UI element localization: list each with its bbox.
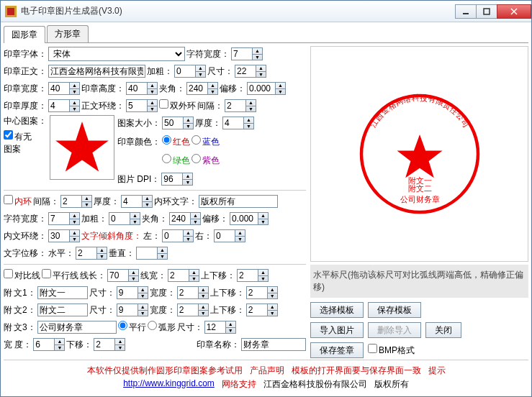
tab-round[interactable]: 圆形章 xyxy=(4,26,45,43)
select-template-button[interactable]: 选择模板 xyxy=(310,302,364,318)
bmp-format-check[interactable]: BMP格式 xyxy=(368,344,415,357)
haspattern-check[interactable]: 有无 图案 xyxy=(4,130,47,155)
linewidth-spin[interactable]: ▲▼ xyxy=(189,269,199,282)
sealthick-input[interactable] xyxy=(48,99,70,112)
paraline-check[interactable]: 平行线 xyxy=(42,269,78,282)
import-image-button[interactable]: 导入图片 xyxy=(310,322,364,338)
doublering-check[interactable]: 双外环 xyxy=(159,99,196,112)
bold2-input[interactable] xyxy=(109,212,130,225)
close-button[interactable] xyxy=(497,4,531,19)
size-a2-spin[interactable]: ▲▼ xyxy=(138,304,148,316)
patternsize-input[interactable] xyxy=(162,117,184,129)
attach1-input[interactable] xyxy=(37,286,88,299)
minimize-button[interactable] xyxy=(455,4,477,19)
updown3-spin[interactable]: ▲▼ xyxy=(268,304,278,316)
innergap-spin[interactable]: ▲▼ xyxy=(82,195,92,208)
tab-square[interactable]: 方形章 xyxy=(47,25,89,42)
size-input[interactable] xyxy=(235,65,256,78)
save-template-button[interactable]: 保存模板 xyxy=(368,302,421,318)
color-blue[interactable]: 蓝色 xyxy=(191,135,220,148)
sealwidth-input[interactable] xyxy=(48,82,70,95)
textwrap-spin[interactable]: ▲▼ xyxy=(148,99,158,112)
patternsize-spin[interactable]: ▲▼ xyxy=(184,117,194,129)
right-input[interactable] xyxy=(214,229,235,242)
linelen-spin[interactable]: ▲▼ xyxy=(129,269,139,282)
linelen-input[interactable] xyxy=(107,269,129,282)
innertext-input[interactable] xyxy=(199,195,278,208)
close-app-button[interactable]: 关闭 xyxy=(425,322,461,338)
width-a2-spin[interactable]: ▲▼ xyxy=(199,304,209,316)
size-a1-input[interactable] xyxy=(117,286,138,299)
innergap-input[interactable] xyxy=(60,195,82,208)
width-a1-spin[interactable]: ▲▼ xyxy=(199,286,209,299)
innerwrap-input[interactable] xyxy=(48,229,70,242)
offset2-input[interactable] xyxy=(230,212,258,225)
sealname-input[interactable] xyxy=(241,338,306,351)
dpi-input[interactable] xyxy=(161,173,183,186)
offset2-spin[interactable]: ▲▼ xyxy=(258,212,269,225)
width-a1-input[interactable] xyxy=(177,286,199,299)
sealthick-spin[interactable]: ▲▼ xyxy=(70,99,80,112)
arc-radio[interactable]: 弧形 xyxy=(148,321,176,334)
charwidth-spin[interactable]: ▲▼ xyxy=(253,47,263,60)
offset-input[interactable] xyxy=(247,82,276,95)
h-spin[interactable]: ▲▼ xyxy=(97,247,107,260)
sealheight-input[interactable] xyxy=(126,82,148,95)
width-a2-input[interactable] xyxy=(177,304,199,316)
attach3-input[interactable] xyxy=(37,321,117,334)
offset-spin[interactable]: ▲▼ xyxy=(276,82,286,95)
delete-import-button[interactable]: 删除导入 xyxy=(368,322,421,338)
size-a2-input[interactable] xyxy=(117,304,138,316)
cmpline-check[interactable]: 对比线 xyxy=(4,269,40,282)
bold-input[interactable] xyxy=(174,65,196,78)
downmove-input[interactable] xyxy=(94,338,115,351)
pinch-spin[interactable]: ▲▼ xyxy=(208,82,218,95)
right-spin[interactable]: ▲▼ xyxy=(235,229,245,242)
pinch-input[interactable] xyxy=(186,82,208,95)
size-a3-spin[interactable]: ▲▼ xyxy=(226,321,236,334)
color-green[interactable]: 绿色 xyxy=(162,154,190,167)
bold-spin[interactable]: ▲▼ xyxy=(196,65,206,78)
gap-spin[interactable]: ▲▼ xyxy=(246,99,256,112)
linewidth-input[interactable] xyxy=(168,269,189,282)
sealwidth-spin[interactable]: ▲▼ xyxy=(70,82,80,95)
dpi-spin[interactable]: ▲▼ xyxy=(183,173,193,186)
sealtext-input[interactable] xyxy=(48,65,145,78)
v-spin[interactable]: ▲▼ xyxy=(158,247,168,260)
updown1-input[interactable] xyxy=(237,269,258,282)
downmove-spin[interactable]: ▲▼ xyxy=(115,338,125,351)
attach2-input[interactable] xyxy=(37,304,88,316)
thickness-input[interactable] xyxy=(222,117,244,129)
left-spin[interactable]: ▲▼ xyxy=(184,229,194,242)
innerring-check[interactable]: 内环 xyxy=(4,195,32,208)
color-purple[interactable]: 紫色 xyxy=(191,154,220,167)
size-a3-input[interactable] xyxy=(204,321,226,334)
maximize-button[interactable] xyxy=(476,4,497,19)
textwrap-input[interactable] xyxy=(126,99,148,112)
h-input[interactable] xyxy=(76,247,97,260)
innerthick-spin[interactable]: ▲▼ xyxy=(143,195,153,208)
charwidth2-input[interactable] xyxy=(48,212,70,225)
gap-input[interactable] xyxy=(225,99,246,112)
size-a1-spin[interactable]: ▲▼ xyxy=(138,286,148,299)
bold2-spin[interactable]: ▲▼ xyxy=(130,212,140,225)
updown2-input[interactable] xyxy=(246,286,268,299)
innerwrap-spin[interactable]: ▲▼ xyxy=(70,229,80,242)
updown3-input[interactable] xyxy=(246,304,268,316)
save-signature-button[interactable]: 保存签章 xyxy=(310,342,364,358)
updown2-spin[interactable]: ▲▼ xyxy=(268,286,278,299)
v-input[interactable] xyxy=(136,247,158,260)
website-link[interactable]: http://www.kinggrid.com xyxy=(123,378,215,391)
left-input[interactable] xyxy=(162,229,184,242)
widthd-input[interactable] xyxy=(33,338,55,351)
size-spin[interactable]: ▲▼ xyxy=(256,65,266,78)
charwidth2-spin[interactable]: ▲▼ xyxy=(70,212,80,225)
color-red[interactable]: 红色 xyxy=(162,135,190,148)
thickness-spin[interactable]: ▲▼ xyxy=(244,117,254,129)
font-select[interactable]: 宋体 xyxy=(48,47,185,61)
updown1-spin[interactable]: ▲▼ xyxy=(258,269,269,282)
widthd-spin[interactable]: ▲▼ xyxy=(55,338,65,351)
innerthick-input[interactable] xyxy=(121,195,143,208)
parallel-radio[interactable]: 平行 xyxy=(118,321,146,334)
pinch2-input[interactable] xyxy=(169,212,191,225)
